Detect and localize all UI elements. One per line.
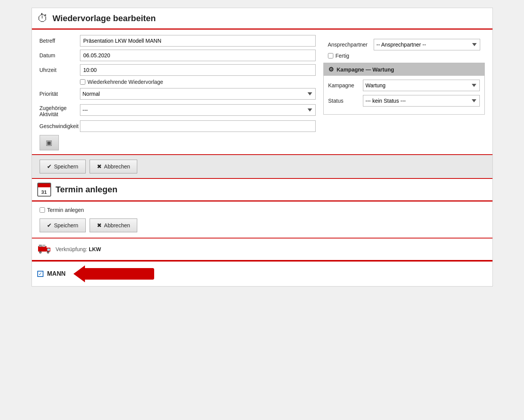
geschwindigkeit-input[interactable] — [80, 120, 316, 132]
verknupfung-bold: LKW — [89, 246, 101, 252]
termin-header: 31 Termin anlegen — [32, 179, 492, 202]
lkw-icon — [37, 242, 51, 256]
arrow-indicator — [73, 265, 154, 282]
ansprechpartner-label: Ansprechpartner — [328, 42, 368, 48]
campaign-body: Kampagne Wartung Status --- kein Status … — [324, 76, 484, 114]
arrow-head — [73, 265, 85, 282]
icon-button[interactable]: ▣ — [40, 135, 59, 150]
wiedervorlage-title: Wiedervorlage bearbeiten — [53, 13, 156, 23]
svg-rect-8 — [42, 245, 45, 247]
svg-point-4 — [40, 252, 41, 253]
form-left: Betreff Datum Uhrzeit Wiederkehrende Wie… — [40, 35, 316, 150]
status-select[interactable]: --- kein Status --- — [363, 95, 480, 107]
campaign-header: ⚙ Kampagne — Wartung — [324, 63, 484, 76]
datum-input[interactable] — [80, 50, 316, 61]
termin-checkbox-label: Termin anlegen — [47, 207, 84, 213]
zugehoerige-select[interactable]: --- — [80, 104, 316, 116]
prioritaet-label: Priorität — [40, 91, 80, 97]
campaign-icon: ⚙ — [328, 66, 334, 73]
checkmark-icon: ✓ — [38, 271, 42, 277]
datum-label: Datum — [40, 52, 80, 58]
prioritaet-row: Priorität Normal Hoch Niedrig — [40, 88, 316, 100]
ansprechpartner-row: Ansprechpartner -- Ansprechpartner -- — [323, 35, 485, 53]
termin-checkbox[interactable] — [40, 207, 45, 213]
status-row: Status --- kein Status --- — [328, 95, 480, 107]
betreff-row: Betreff — [40, 35, 316, 47]
verknupfung-prefix: Verknüpfung: — [56, 246, 88, 252]
abbrechen-button-2[interactable]: ✖ Abbrechen — [90, 218, 138, 232]
geschwindigkeit-row: Geschwindigkeit — [40, 120, 316, 132]
datum-row: Datum — [40, 50, 316, 61]
abbrechen-button-1[interactable]: ✖ Abbrechen — [90, 160, 138, 173]
fertig-row: Fertig — [323, 53, 485, 59]
mann-row: ✓ MANN — [32, 262, 492, 286]
uhrzeit-input[interactable] — [80, 64, 316, 76]
action-bar-2: ✔ Speichern ✖ Abbrechen — [40, 218, 485, 232]
wiederkehrend-label: Wiederkehrende Wiedervorlage — [88, 79, 163, 85]
action-bar-1: ✔ Speichern ✖ Abbrechen — [32, 155, 492, 179]
uhrzeit-row: Uhrzeit — [40, 64, 316, 76]
mann-label: MANN — [47, 270, 66, 277]
check-icon-1: ✔ — [47, 163, 52, 170]
termin-body: Termin anlegen ✔ Speichern ✖ Abbrechen — [32, 202, 492, 238]
fertig-checkbox[interactable] — [328, 53, 333, 58]
x-icon-2: ✖ — [97, 222, 102, 229]
wiedervorlage-form: Betreff Datum Uhrzeit Wiederkehrende Wie… — [32, 30, 492, 155]
wiedervorlage-header: ⏱ Wiedervorlage bearbeiten — [32, 8, 492, 30]
campaign-title: Kampagne — Wartung — [337, 67, 394, 73]
wiederkehrend-checkbox[interactable] — [80, 79, 85, 85]
geschwindigkeit-label: Geschwindigkeit — [40, 123, 80, 129]
monitor-icon: ▣ — [46, 138, 52, 147]
calendar-icon: 31 — [37, 183, 51, 197]
wiederkehrend-row: Wiederkehrende Wiedervorlage — [80, 79, 316, 85]
kampagne-select[interactable]: Wartung — [363, 80, 480, 91]
svg-point-6 — [47, 252, 48, 253]
zugehoerige-row: Zugehörige Aktivität --- — [40, 103, 316, 117]
arrow-body — [85, 268, 154, 280]
termin-title: Termin anlegen — [56, 185, 118, 195]
main-container: ⏱ Wiedervorlage bearbeiten Betreff Datum… — [32, 8, 493, 287]
x-icon-1: ✖ — [97, 163, 102, 170]
uhrzeit-label: Uhrzeit — [40, 67, 80, 73]
termin-checkbox-row: Termin anlegen — [40, 207, 485, 213]
svg-rect-0 — [38, 246, 47, 252]
ansprechpartner-select[interactable]: -- Ansprechpartner -- — [374, 39, 480, 50]
verknupfung-section: Verknüpfung: LKW — [32, 238, 492, 261]
kampagne-row: Kampagne Wartung — [328, 80, 480, 91]
fertig-label: Fertig — [336, 53, 349, 59]
check-icon-2: ✔ — [47, 222, 52, 229]
abbrechen-label-2: Abbrechen — [104, 222, 130, 228]
speichern-button-2[interactable]: ✔ Speichern — [40, 218, 86, 232]
zugehoerige-label: Zugehörige Aktivität — [40, 103, 80, 117]
calendar-number: 31 — [41, 189, 47, 195]
svg-rect-7 — [39, 245, 42, 247]
speichern-label-2: Speichern — [54, 222, 78, 228]
prioritaet-select[interactable]: Normal Hoch Niedrig — [80, 88, 316, 100]
betreff-input[interactable] — [80, 35, 316, 47]
speichern-button-1[interactable]: ✔ Speichern — [40, 160, 86, 173]
svg-rect-2 — [47, 248, 50, 251]
kampagne-label: Kampagne — [328, 82, 363, 88]
campaign-panel: ⚙ Kampagne — Wartung Kampagne Wartung — [323, 63, 485, 115]
speichern-label-1: Speichern — [54, 163, 78, 170]
abbrechen-label-1: Abbrechen — [104, 163, 130, 170]
clock-icon: ⏱ — [37, 12, 48, 25]
form-right: Ansprechpartner -- Ansprechpartner -- Fe… — [323, 35, 485, 150]
status-label: Status — [328, 98, 363, 104]
betreff-label: Betreff — [40, 38, 80, 44]
mann-checkbox[interactable]: ✓ — [37, 271, 43, 277]
